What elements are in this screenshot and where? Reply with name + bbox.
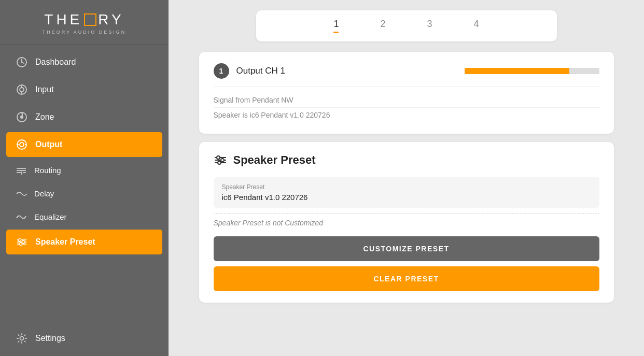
zone-icon (16, 111, 28, 123)
output-info: Signal from Pendant NW Speaker is ic6 Pe… (214, 86, 599, 122)
svg-point-28 (217, 156, 220, 159)
tab-2-underline (380, 32, 385, 33)
preset-field: Speaker Preset ic6 Pendant v1.0 220726 (214, 177, 599, 208)
sidebar-label-dashboard: Dashboard (35, 58, 76, 67)
sidebar-item-input[interactable]: Input (6, 77, 162, 102)
speaker-preset-card: Speaker Preset Speaker Preset ic6 Pendan… (199, 142, 614, 303)
output-channel-card: 1 Output CH 1 Signal from Pendant NW Spe… (199, 52, 614, 134)
output-header: 1 Output CH 1 (214, 63, 599, 79)
logo-text: THERY (44, 11, 124, 28)
preset-title-text: Speaker Preset (233, 153, 316, 167)
preset-icon (16, 236, 28, 248)
svg-point-30 (218, 161, 221, 164)
logo-box (84, 13, 96, 26)
logo-sub: THEORY AUDIO DESIGN (43, 30, 127, 35)
output-icon (16, 138, 28, 151)
logo-area: THERY THEORY AUDIO DESIGN (0, 0, 169, 45)
tab-3[interactable]: 3 (422, 16, 438, 36)
preset-divider (214, 213, 599, 213)
tab-4-underline (474, 32, 479, 33)
equalizer-icon (16, 212, 27, 221)
sidebar-item-delay[interactable]: Delay (6, 183, 162, 204)
svg-point-21 (19, 239, 21, 241)
svg-point-24 (20, 337, 24, 340)
output-title: Output CH 1 (236, 66, 286, 76)
tab-4[interactable]: 4 (469, 16, 484, 36)
preset-title-icon (214, 155, 227, 165)
clear-preset-button[interactable]: CLEAR PRESET (214, 266, 599, 291)
sidebar-label-delay: Delay (34, 189, 54, 198)
speaker-info: Speaker is ic6 Pendant v1.0 220726 (214, 108, 599, 122)
tabs-container: 1 2 3 4 (256, 10, 557, 41)
sidebar-item-settings[interactable]: Settings (6, 326, 162, 351)
tab-1-underline (333, 32, 339, 33)
level-fill (465, 68, 570, 74)
sidebar-item-speaker-preset[interactable]: Speaker Preset (6, 230, 162, 254)
svg-point-23 (20, 243, 22, 246)
sidebar-item-routing[interactable]: Routing (6, 160, 162, 180)
tab-1-label: 1 (333, 19, 339, 30)
clock-icon (16, 56, 28, 68)
preset-field-value: ic6 Pendant v1.0 220726 (222, 193, 591, 202)
svg-point-22 (22, 241, 25, 244)
output-left: 1 Output CH 1 (214, 63, 286, 79)
routing-icon (16, 165, 27, 175)
tab-3-underline (427, 32, 432, 33)
level-empty (569, 68, 599, 74)
sidebar-item-zone[interactable]: Zone (6, 105, 162, 130)
sidebar-item-equalizer[interactable]: Equalizer (6, 206, 162, 227)
svg-point-29 (221, 159, 224, 162)
sidebar-item-output[interactable]: Output (6, 132, 162, 157)
main-content: 1 2 3 4 1 Output CH 1 Sign (169, 0, 644, 356)
sidebar-label-equalizer: Equalizer (34, 212, 67, 221)
tab-2-label: 2 (380, 19, 385, 30)
tab-2[interactable]: 2 (375, 16, 390, 36)
sidebar-label-input: Input (35, 85, 54, 94)
gear-icon (16, 332, 28, 345)
input-icon (16, 83, 28, 96)
sidebar-label-settings: Settings (35, 334, 65, 343)
sidebar-label-output: Output (35, 140, 62, 149)
channel-badge: 1 (214, 63, 229, 79)
sidebar-label-speaker-preset: Speaker Preset (35, 237, 95, 247)
preset-card-title: Speaker Preset (214, 153, 599, 167)
tab-3-label: 3 (427, 19, 432, 30)
preset-customized-status: Speaker Preset is not Customized (214, 219, 599, 227)
sidebar-label-routing: Routing (34, 166, 61, 175)
nav-items: Dashboard Input (0, 45, 169, 356)
signal-source: Signal from Pendant NW (214, 93, 599, 108)
sidebar: THERY THEORY AUDIO DESIGN Dashboard (0, 0, 169, 356)
svg-line-2 (22, 62, 24, 63)
tab-4-label: 4 (474, 19, 479, 30)
customize-preset-button[interactable]: CUSTOMIZE PRESET (214, 236, 599, 261)
level-bar (465, 68, 599, 74)
svg-point-10 (20, 143, 24, 147)
svg-point-4 (20, 88, 24, 92)
tab-1[interactable]: 1 (328, 16, 344, 36)
sidebar-item-dashboard[interactable]: Dashboard (6, 50, 162, 75)
delay-icon (16, 189, 27, 198)
sidebar-label-zone: Zone (35, 112, 54, 122)
preset-field-label: Speaker Preset (222, 183, 591, 191)
